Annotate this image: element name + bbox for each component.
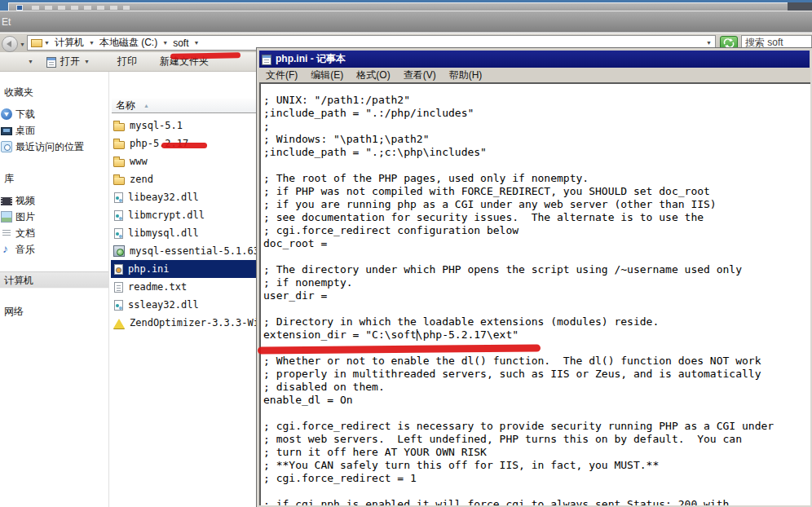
file-row[interactable]: readme.txt [111, 278, 258, 296]
notepad-menubar: 文件(F)编辑(E)格式(O)查看(V)帮助(H) [259, 68, 810, 82]
sidebar-header-0[interactable]: 收藏夹 [0, 85, 108, 99]
sidebar-section: 收藏夹下载桌面最近访问的位置 [0, 85, 108, 155]
sidebar-item-label: 音乐 [15, 243, 35, 257]
file-name: libmysql.dll [128, 227, 199, 239]
notepad-titlebar[interactable]: php.ini - 记事本 [259, 51, 810, 68]
file-row[interactable]: www [111, 152, 258, 170]
back-history-chevron-icon[interactable]: ▼ [20, 42, 25, 47]
red-underline-soft-annotation [170, 52, 241, 59]
file-name: ssleay32.dll [128, 299, 199, 311]
background-titlebar [0, 0, 812, 11]
installer-icon [113, 245, 125, 257]
refresh-icon [723, 38, 735, 48]
back-button[interactable] [2, 36, 18, 52]
sidebar-header-3[interactable]: 网络 [0, 304, 108, 319]
sidebar-item-label: 视频 [15, 194, 35, 208]
desktop-icon [1, 127, 12, 135]
organize-chevron-icon[interactable]: ▼ [28, 59, 33, 64]
print-button[interactable]: 打印 [111, 53, 143, 71]
file-row[interactable]: ZendOptimizer-3.3.3-Windo [111, 314, 258, 332]
text-icon [114, 282, 123, 293]
notepad-menu-item[interactable]: 帮助(H) [443, 68, 489, 82]
file-name: libmcrypt.dll [128, 209, 205, 221]
zend-icon [113, 319, 125, 328]
file-row[interactable]: libmysql.dll [111, 224, 258, 242]
red-underline-php-folder-annotation [161, 143, 207, 148]
file-list: mysql-5.1php-5.2.17wwwzendlibeay32.dllli… [111, 117, 258, 332]
file-name: readme.txt [128, 281, 187, 293]
notepad-menu-item[interactable]: 编辑(E) [304, 68, 350, 82]
sidebar-item[interactable]: 图片 [0, 209, 108, 225]
sidebar-item[interactable]: 文档 [0, 225, 108, 241]
sidebar-item-label: 最近访问的位置 [15, 140, 84, 154]
file-row[interactable]: libmcrypt.dll [111, 206, 258, 224]
file-name: www [130, 156, 148, 167]
explorer-title-text: Et [2, 16, 11, 28]
notepad-editor[interactable]: ; UNIX: "/path1:/path2" ;include_path = … [259, 82, 810, 505]
notepad-menu-item[interactable]: 查看(V) [397, 68, 443, 82]
file-row[interactable]: mysql-essential-5.1.63-wi [111, 242, 258, 260]
file-name: mysql-5.1 [130, 120, 183, 131]
explorer-titlebar[interactable]: Et [0, 11, 812, 33]
videos-icon [1, 197, 12, 205]
file-row[interactable]: libeay32.dll [111, 188, 258, 206]
file-row[interactable]: php.ini [111, 260, 258, 278]
dll-icon [114, 300, 123, 311]
music-icon [1, 244, 12, 255]
dll-icon [114, 210, 123, 221]
sidebar-item-label: 桌面 [15, 124, 35, 138]
column-header-name[interactable]: 名称 ▲ [112, 99, 258, 113]
sidebar-item[interactable]: 音乐 [0, 241, 108, 258]
breadcrumb-chevron-icon[interactable]: ▼ [42, 40, 51, 46]
file-row[interactable]: ssleay32.dll [111, 296, 258, 314]
sidebar-item-label: 文档 [15, 227, 35, 240]
sidebar-item[interactable]: 桌面 [0, 122, 108, 139]
file-name: mysql-essential-5.1.63-wi [130, 245, 258, 257]
sidebar-item[interactable]: 最近访问的位置 [0, 139, 108, 155]
folder-icon [113, 123, 125, 131]
file-name: php.ini [128, 263, 170, 275]
recent-places-icon [1, 141, 12, 152]
print-button-label: 打印 [117, 55, 137, 68]
sort-ascending-icon: ▲ [143, 103, 149, 108]
navigation-pane: 收藏夹下载桌面最近访问的位置库视频图片文档音乐计算机网络 [0, 72, 108, 507]
text-cursor [417, 329, 417, 341]
file-name: zend [130, 174, 153, 185]
sidebar-item-label: 图片 [15, 210, 35, 224]
file-row[interactable]: zend [111, 170, 258, 188]
notepad-app-icon [262, 55, 271, 65]
file-row[interactable]: mysql-5.1 [111, 117, 258, 134]
folder-icon [113, 141, 125, 149]
sidebar-header-1[interactable]: 库 [0, 171, 108, 186]
open-dropdown-chevron-icon[interactable]: ▼ [84, 59, 90, 64]
notepad-menu-item[interactable]: 格式(O) [350, 68, 396, 82]
open-button[interactable]: 打开 ▼ [40, 53, 96, 71]
sidebar-header-2[interactable]: 计算机 [0, 271, 108, 289]
file-name: libeay32.dll [128, 192, 199, 203]
pictures-icon [1, 211, 12, 223]
breadcrumb-chevron-icon[interactable]: ▼ [161, 40, 170, 46]
file-name: ZendOptimizer-3.3.3-Windo [130, 317, 258, 328]
breadcrumb-chevron-icon[interactable]: ▼ [192, 40, 201, 46]
sidebar-section: 库视频图片文档音乐 [0, 171, 108, 258]
sidebar-item-label: 下载 [15, 108, 35, 121]
notepad-text[interactable]: ; UNIX: "/path1:/path2" ;include_path = … [261, 84, 810, 505]
sidebar-item[interactable]: 下载 [0, 106, 108, 122]
background-window-icon [16, 5, 23, 11]
column-header-label: 名称 [116, 99, 135, 112]
sidebar-item[interactable]: 视频 [0, 192, 108, 209]
pane-divider[interactable] [108, 72, 109, 507]
open-button-label: 打开 [60, 55, 80, 68]
breadcrumb-chevron-icon[interactable]: ▼ [87, 40, 96, 46]
notepad-menu-item[interactable]: 文件(F) [259, 68, 304, 82]
breadcrumb-item[interactable]: 本地磁盘 (C:) [96, 36, 161, 50]
breadcrumb-item[interactable]: soft [170, 37, 192, 49]
background-window-text-marks [32, 6, 130, 10]
breadcrumb-item[interactable]: 计算机 [51, 36, 87, 50]
ini-icon [114, 264, 123, 275]
documents-icon [1, 227, 12, 239]
download-icon [1, 108, 12, 120]
notepad-window: php.ini - 记事本 文件(F)编辑(E)格式(O)查看(V)帮助(H) … [257, 48, 812, 507]
address-folder-icon [31, 39, 42, 47]
notepad-file-icon [46, 57, 56, 68]
